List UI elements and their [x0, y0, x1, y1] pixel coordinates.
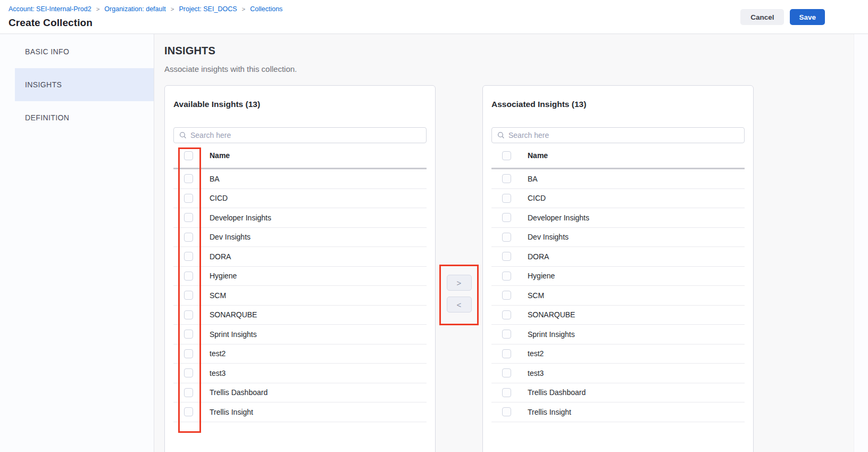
row-checkbox[interactable]: [184, 330, 193, 339]
list-item[interactable]: BA: [173, 169, 427, 189]
breadcrumb-link[interactable]: Project: SEI_DOCS: [179, 5, 237, 13]
scrollbar-track[interactable]: [854, 34, 868, 452]
associated-search-box: [491, 127, 745, 143]
list-item[interactable]: test2: [491, 344, 745, 364]
row-checkbox[interactable]: [502, 272, 511, 281]
row-checkbox[interactable]: [502, 349, 511, 358]
breadcrumb-link[interactable]: Collections: [250, 5, 282, 13]
list-item[interactable]: Hygiene: [173, 267, 427, 286]
insight-name: Sprint Insights: [528, 330, 575, 339]
list-item[interactable]: CICD: [173, 189, 427, 209]
row-checkbox[interactable]: [502, 233, 511, 242]
select-all-checkbox[interactable]: [502, 151, 511, 160]
row-checkbox[interactable]: [502, 174, 511, 183]
page-title: Create Collection: [9, 17, 282, 29]
list-item[interactable]: CICD: [491, 189, 745, 209]
insight-name: Trellis Insight: [210, 408, 253, 416]
breadcrumb-item: Organization: default >: [104, 5, 174, 13]
row-checkbox[interactable]: [502, 194, 511, 203]
list-item[interactable]: Trellis Dashboard: [173, 383, 427, 403]
list-item[interactable]: SCM: [173, 286, 427, 306]
row-checkbox[interactable]: [184, 272, 193, 281]
list-item[interactable]: SCM: [491, 286, 745, 306]
list-item[interactable]: DORA: [173, 247, 427, 267]
row-checkbox[interactable]: [184, 174, 193, 183]
list-item[interactable]: Trellis Insight: [491, 402, 745, 422]
sidebar-item[interactable]: INSIGHTS: [15, 68, 154, 101]
associated-insights-list: BA CICD Developer Insights Dev Insights: [491, 169, 745, 422]
header-actions: Cancel Save: [740, 5, 825, 34]
row-checkbox[interactable]: [502, 407, 511, 416]
name-column-header: Name: [528, 151, 548, 160]
list-item[interactable]: BA: [491, 169, 745, 189]
row-checkbox[interactable]: [502, 291, 511, 300]
insight-name: Trellis Dashboard: [210, 388, 268, 397]
available-insights-list: BA CICD Developer Insights Dev Insights: [173, 169, 427, 422]
sidebar-item[interactable]: DEFINITION: [0, 101, 154, 134]
insight-name: DORA: [210, 252, 231, 261]
row-checkbox[interactable]: [184, 368, 193, 377]
insight-name: SONARQUBE: [528, 310, 575, 319]
associated-insights-card: Associated Insights (13) Name: [482, 85, 754, 452]
sidebar-item[interactable]: BASIC INFO: [0, 35, 154, 68]
insight-name: CICD: [528, 194, 546, 202]
list-item[interactable]: test3: [173, 364, 427, 383]
list-item[interactable]: Sprint Insights: [491, 325, 745, 344]
available-search-input[interactable]: [190, 131, 421, 139]
insight-name: Hygiene: [528, 272, 555, 280]
row-checkbox[interactable]: [502, 310, 511, 319]
insight-name: BA: [210, 175, 220, 183]
row-checkbox[interactable]: [184, 388, 193, 397]
row-checkbox[interactable]: [502, 330, 511, 339]
select-all-checkbox[interactable]: [184, 151, 193, 160]
list-item[interactable]: Dev Insights: [491, 228, 745, 248]
name-column-header: Name: [210, 151, 230, 160]
row-checkbox[interactable]: [502, 252, 511, 261]
row-checkbox[interactable]: [502, 213, 511, 222]
row-checkbox[interactable]: [184, 233, 193, 242]
row-checkbox[interactable]: [184, 213, 193, 222]
search-icon: [497, 132, 505, 139]
row-checkbox[interactable]: [184, 194, 193, 203]
insight-name: Developer Insights: [528, 213, 589, 222]
list-item[interactable]: Developer Insights: [173, 208, 427, 228]
breadcrumb-item: Account: SEI-Internal-Prod2 >: [9, 5, 99, 13]
row-checkbox[interactable]: [502, 368, 511, 377]
associated-insights-title: Associated Insights (13): [491, 100, 745, 109]
list-item[interactable]: Hygiene: [491, 267, 745, 286]
list-item[interactable]: Developer Insights: [491, 208, 745, 228]
list-item[interactable]: test2: [173, 344, 427, 364]
breadcrumb-separator-icon: >: [96, 6, 100, 12]
row-checkbox[interactable]: [184, 310, 193, 319]
row-checkbox[interactable]: [184, 291, 193, 300]
row-checkbox[interactable]: [502, 388, 511, 397]
insight-name: test3: [528, 369, 544, 377]
main-content: INSIGHTS Associate insights with this co…: [154, 34, 868, 452]
move-left-button[interactable]: <: [447, 297, 472, 313]
insight-name: test2: [528, 349, 544, 358]
list-item[interactable]: SONARQUBE: [491, 306, 745, 325]
row-checkbox[interactable]: [184, 407, 193, 416]
list-item[interactable]: Trellis Dashboard: [491, 383, 745, 403]
list-item[interactable]: SONARQUBE: [173, 306, 427, 325]
cancel-button[interactable]: Cancel: [740, 9, 784, 25]
list-item[interactable]: Trellis Insight: [173, 402, 427, 422]
list-item[interactable]: Sprint Insights: [173, 325, 427, 344]
breadcrumb-link[interactable]: Account: SEI-Internal-Prod2: [9, 5, 91, 13]
associated-search-input[interactable]: [508, 131, 739, 139]
list-item[interactable]: Dev Insights: [173, 228, 427, 248]
transfer-controls: > <: [436, 85, 482, 452]
save-button[interactable]: Save: [790, 9, 825, 25]
move-right-button[interactable]: >: [447, 275, 472, 291]
available-insights-title: Available Insights (13): [173, 100, 427, 109]
insight-name: Developer Insights: [210, 213, 271, 222]
breadcrumb-link[interactable]: Organization: default: [104, 5, 165, 13]
page-header: Account: SEI-Internal-Prod2 > Organizati…: [0, 0, 868, 34]
insight-name: Hygiene: [210, 272, 237, 280]
row-checkbox[interactable]: [184, 252, 193, 261]
list-item[interactable]: test3: [491, 364, 745, 383]
breadcrumb-item: Project: SEI_DOCS >: [179, 5, 245, 13]
list-item[interactable]: DORA: [491, 247, 745, 267]
insight-name: test2: [210, 349, 226, 358]
row-checkbox[interactable]: [184, 349, 193, 358]
